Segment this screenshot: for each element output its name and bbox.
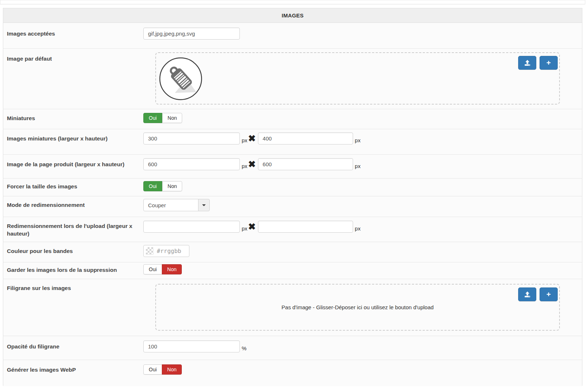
row-resize-mode: Mode de redimensionnement Couper xyxy=(3,196,582,217)
keep-images-label: Garder les images lors de la suppression xyxy=(3,262,143,279)
upload-button[interactable] xyxy=(518,56,536,70)
row-default-image: Image par défaut xyxy=(3,49,582,109)
watermark-dropzone[interactable]: Pas d'image - Glisser-Déposer ici ou uti… xyxy=(155,284,560,331)
x-icon: ✖ xyxy=(248,158,256,170)
thumbnails-label: Miniatures xyxy=(3,109,143,129)
accepted-images-label: Images acceptées xyxy=(3,23,143,48)
price-tag-barcode-image[interactable] xyxy=(159,57,202,101)
band-color-label: Couleur pour les bandes xyxy=(3,242,143,262)
plus-icon: + xyxy=(546,58,551,67)
watermark-add-button[interactable]: + xyxy=(540,287,558,301)
upload-resize-width-input[interactable] xyxy=(143,221,240,233)
thumbnail-height-input[interactable] xyxy=(258,132,353,144)
default-image-dropzone[interactable]: + xyxy=(155,52,560,105)
px-unit-label: px xyxy=(355,134,361,143)
default-image-label: Image par défaut xyxy=(3,49,143,109)
webp-toggle-yes[interactable]: Oui xyxy=(143,364,162,375)
resize-mode-selected-value: Couper xyxy=(143,199,198,211)
resize-mode-select[interactable]: Couper xyxy=(143,199,210,211)
images-settings-panel: IMAGES Images acceptées Image par défaut xyxy=(3,8,582,386)
row-watermark: Filigrane sur les images Pas d'image - G… xyxy=(3,279,582,336)
row-band-color: Couleur pour les bandes xyxy=(3,242,582,262)
product-height-input[interactable] xyxy=(258,158,353,170)
row-thumbnails: Miniatures Oui Non xyxy=(3,109,582,129)
keep-images-toggle-yes[interactable]: Oui xyxy=(143,264,162,274)
thumbnail-width-input[interactable] xyxy=(143,132,240,144)
x-icon: ✖ xyxy=(248,132,256,144)
generate-webp-label: Générer les images WebP xyxy=(3,360,143,386)
force-image-size-label: Forcer la taille des images xyxy=(3,179,143,196)
px-unit-label: px xyxy=(242,222,247,232)
force-size-toggle: Oui Non xyxy=(143,181,182,191)
row-accepted-images: Images acceptées xyxy=(3,23,582,49)
product-image-dimensions-label: Image de la page produit (largeur x haut… xyxy=(3,155,143,178)
row-product-image-dimensions: Image de la page produit (largeur x haut… xyxy=(3,155,582,179)
webp-toggle-no[interactable]: Non xyxy=(162,364,182,375)
px-unit-label: px xyxy=(355,222,361,232)
row-thumbnail-dimensions: Images miniatures (largeur x hauteur) px… xyxy=(3,129,582,155)
watermark-upload-button[interactable] xyxy=(518,287,536,301)
product-width-input[interactable] xyxy=(143,158,240,170)
px-unit-label: px xyxy=(242,159,247,169)
accepted-images-input[interactable] xyxy=(143,28,240,40)
upload-resize-label: Redimensionnement lors de l'upload (larg… xyxy=(3,217,143,242)
row-generate-webp: Générer les images WebP Oui Non xyxy=(3,360,582,386)
thumbnails-toggle: Oui Non xyxy=(143,113,182,123)
watermark-dropzone-text: Pas d'image - Glisser-Déposer ici ou uti… xyxy=(282,304,434,310)
watermark-opacity-label: Opacité du filigrane xyxy=(3,336,143,360)
thumbnail-dimensions-label: Images miniatures (largeur x hauteur) xyxy=(3,129,143,154)
upload-icon xyxy=(524,291,531,298)
watermark-label: Filigrane sur les images xyxy=(3,279,143,336)
px-unit-label: px xyxy=(355,159,361,169)
row-watermark-opacity: Opacité du filigrane % xyxy=(3,336,582,360)
resize-mode-dropdown-button[interactable] xyxy=(198,199,210,211)
webp-toggle: Oui Non xyxy=(143,364,182,375)
add-image-button[interactable]: + xyxy=(540,56,558,70)
band-color-input[interactable] xyxy=(156,247,185,255)
row-keep-images: Garder les images lors de la suppression… xyxy=(3,262,582,279)
transparency-checker-swatch xyxy=(146,247,153,255)
row-force-image-size: Forcer la taille des images Oui Non xyxy=(3,179,582,196)
plus-icon: + xyxy=(546,290,551,299)
thumbnails-toggle-no[interactable]: Non xyxy=(162,113,183,123)
caret-down-icon xyxy=(202,204,206,206)
keep-images-toggle: Oui Non xyxy=(143,264,182,274)
panel-title: IMAGES xyxy=(3,8,582,23)
px-unit-label: px xyxy=(242,134,247,143)
upload-resize-height-input[interactable] xyxy=(258,221,353,233)
watermark-opacity-input[interactable] xyxy=(143,340,240,352)
percent-unit-label: % xyxy=(242,342,246,351)
previous-panel-edge xyxy=(0,0,585,4)
force-size-toggle-yes[interactable]: Oui xyxy=(143,181,162,191)
row-upload-resize: Redimensionnement lors de l'upload (larg… xyxy=(3,217,582,242)
keep-images-toggle-no[interactable]: Non xyxy=(162,264,182,274)
x-icon: ✖ xyxy=(248,221,256,233)
thumbnails-toggle-yes[interactable]: Oui xyxy=(143,113,162,123)
force-size-toggle-no[interactable]: Non xyxy=(162,181,183,191)
resize-mode-label: Mode de redimensionnement xyxy=(3,196,143,217)
band-color-field[interactable] xyxy=(143,245,189,257)
upload-icon xyxy=(524,60,531,66)
